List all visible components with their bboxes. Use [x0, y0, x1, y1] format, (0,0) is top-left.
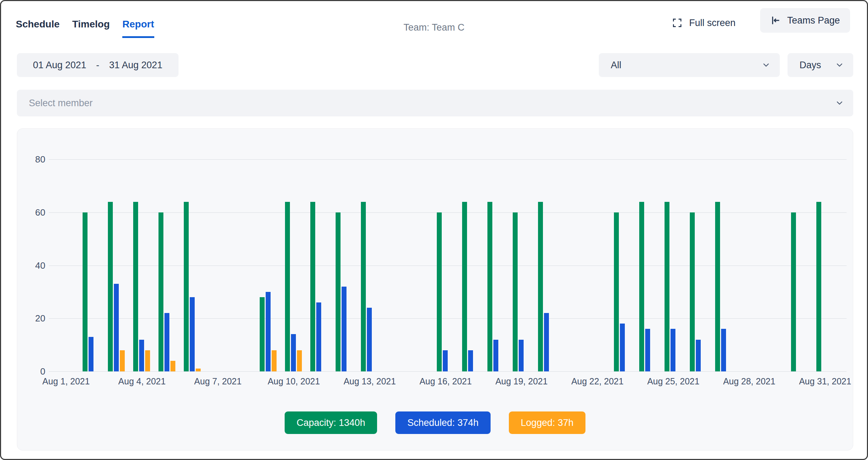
capacity-bar[interactable]	[184, 202, 189, 371]
fullscreen-label: Full screen	[689, 18, 736, 28]
scheduled-bar[interactable]	[468, 350, 473, 371]
fullscreen-button[interactable]: Full screen	[672, 12, 736, 34]
capacity-bar[interactable]	[715, 202, 720, 371]
teams-page-button[interactable]: Teams Page	[760, 8, 850, 33]
gridline	[49, 266, 847, 266]
scheduled-bar[interactable]	[291, 334, 296, 371]
scheduled-bar[interactable]	[645, 329, 650, 371]
scheduled-bar[interactable]	[544, 313, 549, 371]
y-axis-tick-label: 40	[17, 260, 45, 271]
gridline	[49, 212, 847, 213]
member-select-dropdown[interactable]: Select member	[17, 90, 853, 116]
scheduled-bar[interactable]	[139, 340, 144, 371]
date-separator: -	[96, 60, 99, 71]
scheduled-bar[interactable]	[519, 340, 524, 371]
exit-icon	[770, 15, 782, 26]
scheduled-bar[interactable]	[342, 287, 346, 371]
scheduled-bar[interactable]	[721, 329, 726, 371]
capacity-bar[interactable]	[310, 202, 315, 371]
capacity-bar[interactable]	[665, 202, 669, 371]
capacity-bar[interactable]	[83, 212, 88, 371]
scheduled-bar[interactable]	[114, 284, 119, 371]
logged-bar[interactable]	[297, 350, 302, 371]
capacity-bar[interactable]	[791, 212, 796, 371]
logged-bar[interactable]	[272, 350, 277, 371]
legend-scheduled-button[interactable]: Scheduled: 374h	[395, 411, 491, 434]
capacity-bar[interactable]	[260, 297, 265, 371]
scheduled-bar[interactable]	[493, 340, 498, 371]
y-axis-tick-label: 80	[17, 154, 45, 165]
scheduled-bar[interactable]	[190, 297, 195, 371]
scheduled-bar[interactable]	[443, 350, 448, 371]
team-label: Team: Team C	[1, 22, 867, 33]
x-axis-tick-label: Aug 31, 2021	[779, 376, 853, 386]
scheduled-bar[interactable]	[266, 292, 271, 371]
capacity-bar[interactable]	[158, 212, 163, 371]
y-axis-tick-label: 60	[17, 207, 45, 218]
chevron-down-icon	[835, 98, 844, 108]
scheduled-bar[interactable]	[164, 313, 169, 371]
chart-legend: Capacity: 1340hScheduled: 374hLogged: 37…	[17, 411, 853, 434]
fullscreen-icon	[672, 17, 683, 28]
capacity-bar[interactable]	[690, 212, 695, 371]
date-range-picker[interactable]: 01 Aug 2021 - 31 Aug 2021	[17, 53, 179, 77]
app-window: ScheduleTimelogReport Team: Team C Full …	[0, 0, 868, 460]
capacity-bar[interactable]	[538, 202, 543, 371]
logged-bar[interactable]	[196, 369, 201, 371]
legend-logged-button[interactable]: Logged: 37h	[509, 411, 585, 434]
scheduled-bar[interactable]	[367, 308, 372, 371]
member-select-placeholder: Select member	[29, 98, 93, 109]
date-to: 31 Aug 2021	[109, 60, 163, 71]
filter-all-value: All	[611, 60, 621, 71]
date-from: 01 Aug 2021	[33, 60, 86, 71]
capacity-bar[interactable]	[614, 212, 619, 371]
capacity-bar[interactable]	[285, 202, 290, 371]
capacity-bar[interactable]	[462, 202, 467, 371]
chevron-down-icon	[835, 60, 844, 70]
logged-bar[interactable]	[120, 350, 125, 371]
capacity-bar[interactable]	[108, 202, 113, 371]
y-axis-tick-label: 0	[17, 366, 45, 377]
chevron-down-icon	[762, 60, 771, 70]
scheduled-bar[interactable]	[696, 340, 701, 371]
logged-bar[interactable]	[170, 361, 175, 371]
scheduled-bar[interactable]	[671, 329, 675, 371]
legend-capacity-button[interactable]: Capacity: 1340h	[285, 411, 377, 434]
capacity-bar[interactable]	[513, 212, 518, 371]
y-axis-tick-label: 20	[17, 313, 45, 324]
granularity-value: Days	[799, 60, 821, 71]
capacity-bar[interactable]	[437, 212, 442, 371]
granularity-dropdown[interactable]: Days	[788, 53, 853, 77]
scheduled-bar[interactable]	[316, 302, 321, 371]
capacity-bar[interactable]	[639, 202, 644, 371]
teams-page-label: Teams Page	[787, 15, 840, 26]
scheduled-bar[interactable]	[89, 337, 93, 371]
capacity-bar[interactable]	[133, 202, 138, 371]
chart-plot: 020406080Aug 1, 2021Aug 4, 2021Aug 7, 20…	[17, 129, 853, 450]
scheduled-bar[interactable]	[620, 324, 625, 371]
filter-all-dropdown[interactable]: All	[599, 53, 780, 77]
capacity-bar[interactable]	[361, 202, 366, 371]
gridline	[49, 159, 847, 160]
chart-card: 020406080Aug 1, 2021Aug 4, 2021Aug 7, 20…	[17, 128, 853, 451]
logged-bar[interactable]	[145, 350, 150, 371]
gridline	[49, 371, 847, 372]
capacity-bar[interactable]	[487, 202, 492, 371]
capacity-bar[interactable]	[336, 212, 341, 371]
capacity-bar[interactable]	[816, 202, 821, 371]
